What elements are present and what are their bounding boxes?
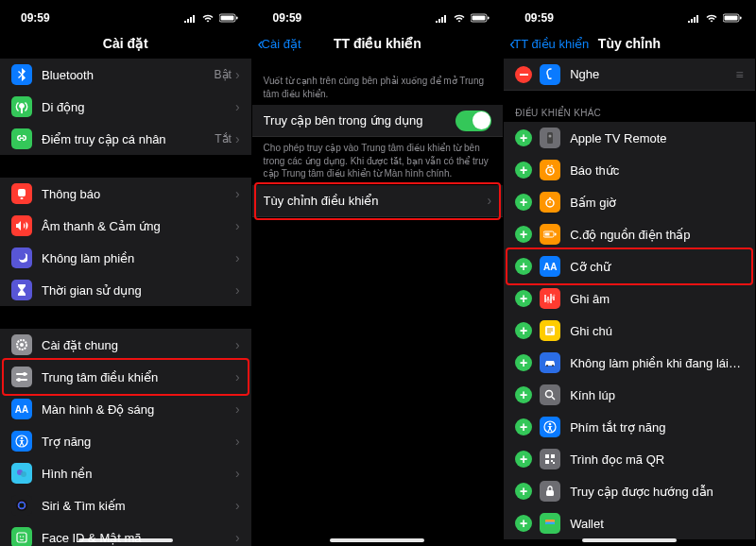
row-label: Kính lúp	[570, 388, 744, 402]
svg-rect-23	[488, 17, 490, 20]
add-button[interactable]: +	[515, 515, 532, 532]
included-row[interactable]: Nghe≡	[504, 59, 755, 91]
svg-rect-33	[545, 233, 550, 236]
row-face-id-m-t-m-[interactable]: Face ID & Mật mã›	[0, 521, 251, 546]
more-row[interactable]: +AACỡ chữ	[504, 250, 755, 282]
more-row[interactable]: +Apple TV Remote	[504, 122, 755, 154]
vm-icon	[540, 288, 560, 309]
more-row[interactable]: +Wallet	[504, 507, 755, 539]
status-time: 09:59	[21, 11, 50, 25]
add-button[interactable]: +	[515, 129, 532, 146]
more-row[interactable]: +Truy cập được hướng dẫn	[504, 475, 755, 507]
wal-icon	[540, 513, 560, 534]
row-kh-ng-l-m-phi-n[interactable]: Không làm phiền›	[0, 242, 251, 274]
chevron-right-icon: ›	[235, 99, 240, 114]
snd-icon	[11, 215, 32, 236]
more-row[interactable]: +Ghi chú	[504, 315, 755, 347]
row-siri-t-m-ki-m[interactable]: Siri & Tìm kiếm›	[0, 489, 251, 521]
ear-icon	[540, 64, 560, 85]
row-customize-controls[interactable]: Tùy chỉnh điều khiển ›	[252, 185, 504, 217]
home-indicator[interactable]	[78, 538, 173, 542]
add-button[interactable]: +	[515, 483, 532, 500]
add-button[interactable]: +	[515, 258, 532, 275]
nav-back-label: Cài đặt	[262, 37, 301, 51]
chevron-right-icon: ›	[235, 530, 240, 545]
home-indicator[interactable]	[330, 538, 424, 542]
bell-icon	[11, 183, 32, 204]
remove-button[interactable]	[515, 66, 532, 83]
row-c-i-t-chung[interactable]: Cài đặt chung›	[0, 329, 251, 361]
svg-point-36	[546, 365, 548, 367]
row-label: Thông báo	[42, 187, 235, 201]
nav-title: Cài đặt	[103, 36, 148, 51]
svg-point-10	[17, 378, 21, 382]
hour-icon	[11, 280, 32, 300]
add-button[interactable]: +	[515, 322, 532, 339]
car-icon	[540, 352, 560, 373]
nav-back[interactable]: ‹TT điều khiển	[509, 34, 589, 54]
status-bar: 09:59	[252, 0, 504, 28]
nav-title: TT điều khiển	[334, 36, 421, 51]
row-label: Trung tâm điều khiển	[42, 370, 235, 384]
more-row[interactable]: +Ghi âm	[504, 282, 755, 315]
row-tr-n-ng[interactable]: Trợ năng›	[0, 425, 251, 457]
home-indicator[interactable]	[582, 538, 677, 542]
add-button[interactable]: +	[515, 451, 532, 468]
add-button[interactable]: +	[515, 418, 532, 435]
phone-settings: 09:59 Cài đặt BluetoothBật›Di động›Điểm …	[0, 0, 252, 546]
sw-icon	[540, 192, 560, 213]
row-label: Cài đặt chung	[42, 338, 235, 352]
customize-list[interactable]: Nghe≡ĐIỀU KHIỂN KHÁC+Apple TV Remote+Báo…	[504, 59, 755, 546]
add-button[interactable]: +	[515, 194, 532, 211]
svg-rect-22	[472, 16, 486, 21]
row-label: Thời gian sử dụng	[42, 283, 235, 298]
svg-point-20	[23, 536, 25, 537]
more-row[interactable]: +C.độ nguồn điện thấp	[504, 218, 755, 250]
row-di-ng[interactable]: Di động›	[0, 91, 251, 123]
row-th-ng-b-o[interactable]: Thông báo›	[0, 178, 251, 210]
more-row[interactable]: +Bấm giờ	[504, 186, 755, 218]
row--i-m-truy-c-p-c-nh-n[interactable]: Điểm truy cập cá nhânTắt›	[0, 123, 251, 155]
more-row[interactable]: +Kính lúp	[504, 379, 755, 411]
add-button[interactable]: +	[515, 386, 532, 403]
acc-icon	[540, 417, 560, 437]
more-row[interactable]: +Không làm phiền khi đang lái xe	[504, 347, 755, 379]
row--m-thanh-c-m-ng[interactable]: Âm thanh & Cảm ứng›	[0, 210, 251, 242]
moon-icon	[11, 247, 32, 268]
row-label: Tùy chỉnh điều khiển	[264, 194, 488, 208]
add-button[interactable]: +	[515, 162, 532, 179]
chevron-right-icon: ›	[235, 186, 240, 201]
svg-point-28	[549, 135, 552, 138]
svg-rect-44	[551, 460, 553, 462]
more-row[interactable]: +Báo thức	[504, 154, 755, 186]
row-label: Bấm giờ	[570, 196, 744, 210]
toggle-on[interactable]	[455, 111, 491, 131]
chevron-right-icon: ›	[235, 369, 240, 384]
row-value: Tắt	[215, 132, 232, 145]
nav-back[interactable]: ‹Cài đặt	[258, 34, 301, 54]
row-trung-t-m-i-u-khi-n[interactable]: Trung tâm điều khiển›	[0, 361, 251, 393]
more-row[interactable]: +Trình đọc mã QR	[504, 443, 755, 475]
row-th-i-gian-s-d-ng[interactable]: Thời gian sử dụng›	[0, 274, 251, 306]
ctl-icon	[11, 367, 32, 387]
row-label: C.độ nguồn điện thấp	[570, 228, 744, 242]
control-center-body[interactable]: Vuốt từ cạnh trên cùng bên phải xuống để…	[252, 59, 504, 546]
row-h-nh-n-n[interactable]: Hình nền›	[0, 457, 251, 489]
row-access-in-apps[interactable]: Truy cập bên trong ứng dụng	[252, 105, 504, 137]
reorder-handle[interactable]: ≡	[736, 67, 744, 82]
add-button[interactable]: +	[515, 354, 532, 371]
status-bar: 09:59	[504, 0, 755, 28]
row-bluetooth[interactable]: BluetoothBật›	[0, 59, 251, 91]
chevron-right-icon: ›	[235, 498, 240, 513]
chevron-right-icon: ›	[235, 218, 240, 233]
row-label: Truy cập bên trong ứng dụng	[264, 113, 456, 128]
settings-list[interactable]: BluetoothBật›Di động›Điểm truy cập cá nh…	[0, 59, 251, 546]
more-row[interactable]: +Phím tắt trợ năng	[504, 411, 755, 443]
access-note: Cho phép truy cập vào Trung tâm điều khi…	[252, 137, 504, 185]
qr-icon	[540, 449, 560, 469]
add-button[interactable]: +	[515, 226, 532, 243]
row-m-n-h-nh-s-ng[interactable]: AAMàn hình & Độ sáng›	[0, 393, 251, 425]
bt-icon	[11, 64, 32, 85]
add-button[interactable]: +	[515, 290, 532, 307]
row-label: Bluetooth	[42, 68, 215, 82]
